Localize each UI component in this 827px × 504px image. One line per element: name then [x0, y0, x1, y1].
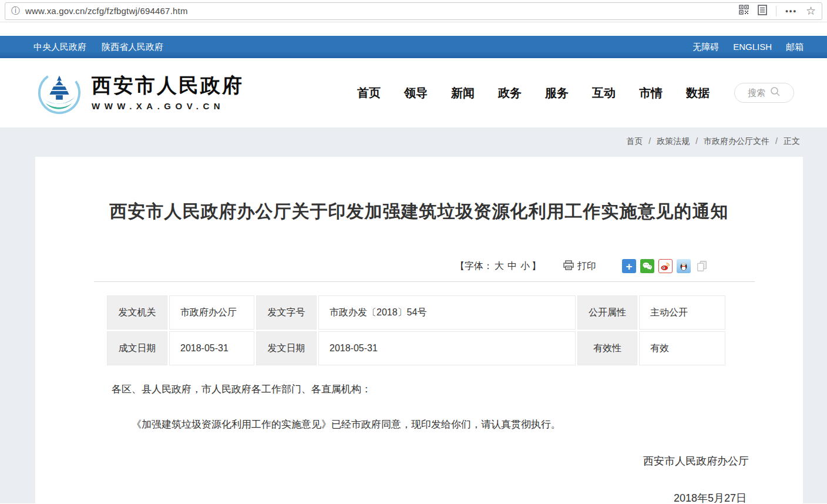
meta-value-issue-date: 2018-05-31 — [318, 331, 576, 365]
site-name: 西安市人民政府 — [92, 75, 244, 96]
toolbar-divider — [94, 281, 755, 282]
printer-icon — [563, 260, 574, 273]
share-more-icon[interactable]: + — [622, 259, 636, 273]
bookmark-star-icon[interactable]: ☆ — [806, 5, 816, 16]
meta-label-validity: 有效性 — [577, 331, 637, 365]
meta-value-publicity: 主动公开 — [639, 295, 725, 330]
link-accessibility[interactable]: 无障碍 — [692, 42, 719, 53]
nav-interaction[interactable]: 互动 — [592, 85, 616, 101]
table-row: 成文日期 2018-05-31 发文日期 2018-05-31 有效性 有效 — [107, 331, 725, 365]
font-size-control: 【字体： 大 中 小 】 — [455, 260, 541, 273]
copy-link-icon[interactable] — [695, 259, 709, 273]
breadcrumb: 首页 政策法规 市政府办公厅文件 正文 — [626, 136, 800, 147]
link-mailbox[interactable]: 邮箱 — [786, 42, 804, 53]
meta-label-issue-date: 发文日期 — [256, 331, 317, 365]
toolbar-separator — [776, 6, 776, 16]
meta-label-issuing-agency: 发文机关 — [107, 295, 167, 330]
qq-share-icon[interactable] — [677, 259, 691, 273]
nav-services[interactable]: 服务 — [545, 85, 569, 101]
nav-government-affairs[interactable]: 政务 — [498, 85, 522, 101]
reading-mode-icon[interactable] — [758, 5, 767, 18]
nav-data[interactable]: 数据 — [686, 85, 710, 101]
breadcrumb-current: 正文 — [769, 136, 800, 147]
weibo-share-icon[interactable] — [658, 259, 673, 273]
print-label: 打印 — [577, 260, 596, 273]
address-bar[interactable]: ⓘ www.xa.gov.cn/zcfg/fzfbgtwj/694467.htm — [5, 2, 822, 20]
site-info-icon[interactable]: ⓘ — [11, 5, 20, 16]
xian-government-logo[interactable] — [36, 70, 82, 116]
font-size-large-button[interactable]: 大 — [495, 260, 504, 273]
article-card: 西安市人民政府办公厅关于印发加强建筑垃圾资源化利用工作实施意见的通知 【字体： … — [35, 157, 803, 503]
print-button[interactable]: 打印 — [563, 260, 596, 273]
government-links-bar: 中央人民政府 陕西省人民政府 无障碍 ENGLISH 邮箱 — [0, 36, 827, 58]
breadcrumb-office-documents[interactable]: 市政府办公厅文件 — [690, 136, 769, 147]
document-meta-table: 发文机关 市政府办公厅 发文字号 市政办发〔2018〕54号 公开属性 主动公开… — [105, 294, 727, 367]
article-body: 各区、县人民政府，市人民政府各工作部门、各直属机构： 《加强建筑垃圾资源化利用工… — [112, 382, 749, 504]
wechat-share-icon[interactable] — [640, 259, 654, 273]
body-paragraph-salutation: 各区、县人民政府，市人民政府各工作部门、各直属机构： — [112, 382, 749, 397]
site-domain: WWW.XA.GOV.CN — [92, 101, 244, 111]
more-actions-icon[interactable]: ••• — [785, 6, 797, 15]
meta-value-document-number: 市政办发〔2018〕54号 — [318, 295, 576, 330]
nav-city-profile[interactable]: 市情 — [639, 85, 663, 101]
share-bar: + — [622, 259, 709, 273]
chrome-gap — [0, 22, 827, 36]
signature-office: 西安市人民政府办公厅 — [112, 454, 749, 468]
table-row: 发文机关 市政府办公厅 发文字号 市政办发〔2018〕54号 公开属性 主动公开 — [107, 295, 725, 330]
font-size-small-button[interactable]: 小 — [520, 260, 530, 273]
meta-label-publicity: 公开属性 — [577, 295, 637, 330]
meta-label-written-date: 成文日期 — [107, 331, 167, 365]
search-box[interactable]: 搜索 — [734, 83, 794, 103]
link-shaanxi-government[interactable]: 陕西省人民政府 — [102, 42, 163, 53]
nav-leadership[interactable]: 领导 — [404, 85, 428, 101]
qr-code-icon[interactable] — [739, 5, 749, 17]
article-title: 西安市人民政府办公厅关于印发加强建筑垃圾资源化利用工作实施意见的通知 — [88, 200, 750, 223]
meta-label-document-number: 发文字号 — [256, 295, 317, 330]
meta-value-issuing-agency: 市政府办公厅 — [169, 295, 254, 330]
content-background: 首页 政策法规 市政府办公厅文件 正文 西安市人民政府办公厅关于印发加强建筑垃圾… — [0, 127, 827, 503]
nav-home[interactable]: 首页 — [357, 85, 381, 101]
url-text[interactable]: www.xa.gov.cn/zcfg/fzfbgtwj/694467.htm — [25, 6, 188, 16]
link-central-government[interactable]: 中央人民政府 — [33, 42, 86, 53]
meta-value-validity: 有效 — [639, 331, 725, 365]
body-paragraph-main: 《加强建筑垃圾资源化利用工作的实施意见》已经市政府同意，现印发给你们，请认真贯彻… — [112, 418, 749, 432]
font-size-suffix: 】 — [532, 260, 541, 273]
site-title-block[interactable]: 西安市人民政府 WWW.XA.GOV.CN — [92, 75, 244, 110]
search-icon[interactable] — [770, 86, 781, 99]
nav-news[interactable]: 新闻 — [451, 85, 475, 101]
site-header: 西安市人民政府 WWW.XA.GOV.CN 首页 领导 新闻 政务 服务 互动 … — [0, 58, 827, 127]
main-navigation: 首页 领导 新闻 政务 服务 互动 市情 数据 — [357, 85, 710, 101]
font-size-prefix: 【字体： — [455, 260, 493, 273]
search-placeholder: 搜索 — [748, 88, 765, 99]
breadcrumb-policies[interactable]: 政策法规 — [643, 136, 690, 147]
meta-value-written-date: 2018-05-31 — [169, 331, 254, 365]
link-english[interactable]: ENGLISH — [733, 42, 772, 53]
browser-toolbar: ⓘ www.xa.gov.cn/zcfg/fzfbgtwj/694467.htm — [0, 0, 827, 22]
signature-date: 2018年5月27日 — [112, 491, 749, 504]
article-toolbar: 【字体： 大 中 小 】 打印 + — [35, 259, 709, 273]
font-size-medium-button[interactable]: 中 — [507, 260, 517, 273]
breadcrumb-home[interactable]: 首页 — [626, 136, 643, 147]
